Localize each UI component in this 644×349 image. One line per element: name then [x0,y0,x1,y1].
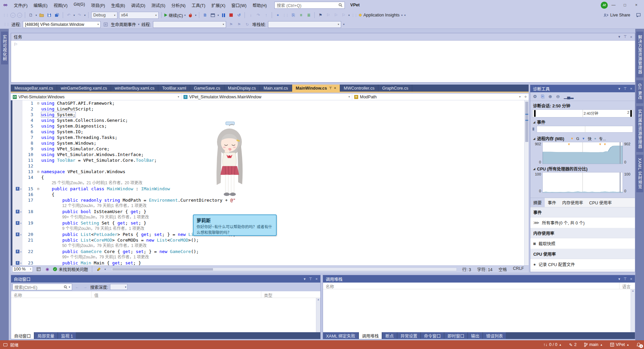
bookmark-caret[interactable]: ▾ [348,14,350,17]
diag-settings-icon[interactable]: ⚙ [533,94,537,99]
dock-tab[interactable]: Git 更改 [636,80,643,103]
all-events-link[interactable]: ⋙ 所有事件(0 个, 共 0 个) [530,217,635,228]
code-line[interactable]: 8using System.Windows; [12,140,529,146]
diag-export-icon[interactable]: ⎘ [541,94,544,99]
document-tab[interactable]: MainDisplay.cs ⊤ × [224,85,260,92]
git-branch-button[interactable]: main ▲ [584,342,603,347]
autos-search-input[interactable]: 搜索(Ctrl+E) ▾ [12,284,72,290]
stackframe-dropdown[interactable]: ▾ [268,21,341,28]
stop-debugging-icon[interactable] [228,12,234,18]
menu-item[interactable]: 窗口(W) [228,1,250,9]
bottom-tab[interactable]: 局部变量 [35,332,57,339]
code-line[interactable]: I23 public Main Main { get; set; } [12,260,529,265]
new-item-icon[interactable]: 🗋 [28,12,34,18]
format-outdent-icon[interactable]: ≣ [306,12,312,18]
code-cleanup-caret[interactable]: ▾ [105,268,106,271]
autos-pin-icon[interactable]: ⊤ [309,277,312,281]
interface-implementation-icon[interactable]: I [16,210,19,213]
callstack-scrollbar[interactable]: ▲ [631,289,635,332]
code-line[interactable]: 1⊟using ChatGPT.API.Framework; [12,100,529,106]
diag-tab[interactable]: 事件 [545,198,559,207]
col-value[interactable]: 值 [92,291,261,298]
menu-item[interactable]: 编辑(E) [31,1,51,9]
hot-reload-caret[interactable]: ▾ [195,14,196,17]
step-into-icon[interactable]: ↓ [248,12,254,18]
hot-reload-icon[interactable] [187,12,193,18]
code-line[interactable]: 13⊟namespace VPet_Simulator.Windows [12,169,529,174]
document-tab[interactable]: MessageBar.xaml.cs ⊤ × [11,85,57,92]
step-over-icon[interactable]: ↷ [255,12,261,18]
dock-tab-live-visual-tree[interactable]: 实时可视化树 [1,32,8,64]
document-tab[interactable]: MWController.cs ⊤ × [340,85,379,92]
task-pin-icon[interactable]: ⊤ [624,35,627,39]
cpu-section-header[interactable]: ◢CPU (所有处理器的百分比) [530,164,635,172]
autos-body[interactable]: ▲ [11,298,320,332]
bottom-tab[interactable]: 调用堆栈 [359,332,382,339]
code-line[interactable]: 2using LinePutScript; [12,106,529,112]
bottom-tab[interactable]: 错误列表 [483,332,506,339]
code-line[interactable]: 3using System; [12,112,529,117]
bookmark-icon[interactable]: ⚑ [317,12,323,18]
next-bookmark-icon[interactable]: ⚐ [333,12,339,18]
callstack-pin-icon[interactable]: ⊤ [624,277,627,281]
codelens-row[interactable]: 50 个引用|ZouJin，79 天前|1 名作者，1 项更改 [12,243,529,249]
document-tab[interactable]: GameSave.cs ⊤ × [190,85,224,92]
menu-item[interactable]: 文件(F) [11,1,31,9]
process-dropdown[interactable]: [48836] VPet-Simulator.Window▾ [23,21,101,28]
vpet-character[interactable] [210,121,250,214]
apply-code-changes-icon[interactable]: 🗎 [202,12,208,18]
document-health-indicator[interactable]: ✓ 未找到相关问题 [53,266,88,272]
fold-collapse-icon[interactable]: ⊟ [35,100,41,106]
callstack-dropdown-icon[interactable]: ▾ [618,277,620,281]
zoom-dropdown[interactable]: 100 %▾ [12,266,33,272]
depth-dropdown[interactable]: ▾ [110,284,127,290]
lifecycle-icon[interactable] [103,21,109,28]
codelens-row[interactable]: 25 个引用|ZouJin，21 小时前|1 名作者，20 项更改 [12,180,529,186]
redo-caret[interactable]: ▾ [84,14,86,17]
user-avatar[interactable]: JZ [601,2,608,9]
dock-tab[interactable]: 实时属性资源管理器 [636,106,643,152]
document-tab[interactable]: MainWindow.cs ⊤ × [292,85,340,92]
open-folder-icon[interactable] [39,12,45,18]
fold-collapse-icon[interactable]: ⊟ [35,169,41,174]
interface-implementation-icon[interactable]: I [16,250,19,253]
events-section-header[interactable]: ◢事件 [530,117,635,126]
diag-tab[interactable]: 摘要 [530,198,545,207]
diag-chart-icon[interactable]: ▁▄▂ [564,94,574,99]
save-all-icon[interactable] [54,12,60,18]
show-all-windows-icon[interactable] [210,12,216,18]
code-line[interactable]: 14{ [12,174,529,180]
split-editor-handle[interactable]: ÷ [523,95,529,99]
new-item-caret[interactable]: ▾ [36,14,37,17]
menu-item[interactable]: 调试(D) [128,1,148,9]
code-line[interactable]: I15⊟ public partial class MainWindow : I… [12,186,529,192]
menu-item[interactable]: 项目(P) [88,1,108,9]
save-icon[interactable] [46,12,52,18]
pending-edits-button[interactable]: ✎ 2 [569,342,577,347]
editor-horizontal-scrollbar[interactable] [111,267,457,271]
menu-item[interactable]: 生成(B) [108,1,128,9]
source-control-icon[interactable] [36,266,42,272]
bottom-tab[interactable]: 自动窗口 [11,332,34,339]
menu-item[interactable]: 工具(T) [189,1,208,9]
callstack-body[interactable]: ▲ [323,289,635,332]
editor-vertical-scrollbar[interactable] [524,100,529,265]
menu-item[interactable]: Git(G) [70,1,88,9]
codelens-row[interactable]: 12 个引用|ZouJin，79 天前|1 名作者，1 项更改 [12,203,529,209]
notifications-button[interactable]: 1 [637,343,641,347]
format-indent-icon[interactable]: ≡ [298,12,304,18]
col-name[interactable]: 名称 [323,283,620,289]
code-line[interactable]: 7using System.Threading.Tasks; [12,135,529,140]
project-dropdown[interactable]: C# VPet-Simulator.Windows ▾ [11,94,181,100]
task-close-icon[interactable]: × [630,35,632,39]
diag-close-icon[interactable]: × [630,87,632,91]
scrollbar-thumb[interactable] [525,102,528,142]
tab-close-icon[interactable]: × [334,86,336,90]
undo-caret[interactable]: ▾ [73,14,75,17]
lifecycle-label[interactable]: 生命周期事件 [111,21,136,28]
diag-tab[interactable]: CPU 使用率 [586,198,615,207]
diag-dropdown-icon[interactable]: ▾ [618,87,620,91]
document-tab[interactable]: ToolBar.xaml ⊤ × [158,85,190,92]
platform-dropdown[interactable]: x64▾ [119,12,159,19]
bottom-tab[interactable]: 输出 [468,332,482,339]
